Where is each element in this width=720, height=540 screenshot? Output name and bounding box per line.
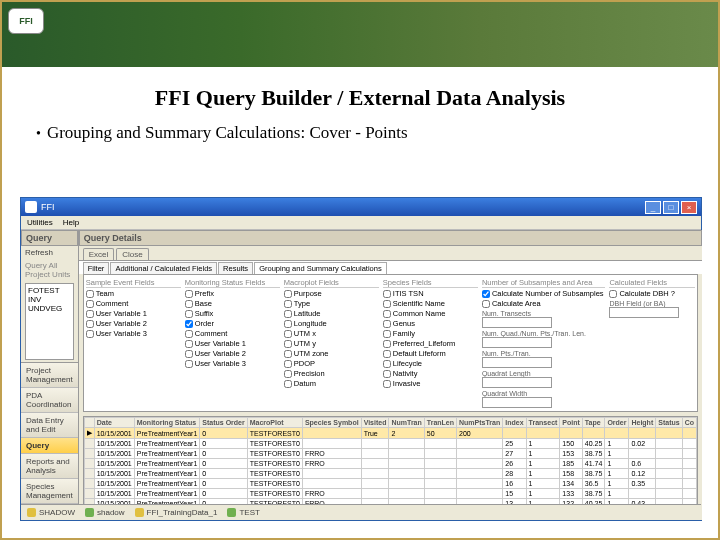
cell[interactable]: 10/15/2001 <box>94 479 134 489</box>
field-checkbox[interactable] <box>284 300 292 308</box>
cell[interactable]: 1 <box>605 439 629 449</box>
field-checkbox-row[interactable]: Common Name <box>383 309 478 318</box>
cell[interactable] <box>682 479 696 489</box>
cell[interactable] <box>302 479 361 489</box>
cell[interactable]: 0 <box>200 439 247 449</box>
column-header[interactable]: Tape <box>582 418 605 428</box>
field-checkbox-row[interactable]: Team <box>86 289 181 298</box>
field-checkbox[interactable] <box>284 320 292 328</box>
cell[interactable]: 1 <box>526 449 560 459</box>
column-header[interactable]: Date <box>94 418 134 428</box>
field-checkbox[interactable] <box>284 340 292 348</box>
list-item[interactable]: FOTEST <box>28 286 71 295</box>
cell[interactable]: 153 <box>560 449 583 459</box>
cell[interactable]: 1 <box>526 489 560 499</box>
cell[interactable] <box>656 469 682 479</box>
cell[interactable]: 1 <box>526 479 560 489</box>
nav-item[interactable]: Reports and Analysis <box>21 454 78 479</box>
num-input[interactable] <box>482 397 552 408</box>
field-checkbox-row[interactable]: UTM zone <box>284 349 379 358</box>
menu-utilities[interactable]: Utilities <box>27 218 53 227</box>
column-header[interactable]: TranLen <box>424 418 456 428</box>
cell[interactable]: PreTreatmentYear1 <box>134 469 200 479</box>
cell[interactable]: 38.75 <box>582 469 605 479</box>
cell[interactable]: 10/15/2001 <box>94 489 134 499</box>
subtab[interactable]: Additional / Calculated Fields <box>110 262 217 274</box>
field-checkbox[interactable] <box>383 300 391 308</box>
field-checkbox-row[interactable]: User Variable 1 <box>185 339 280 348</box>
field-checkbox-row[interactable]: Lifecycle <box>383 359 478 368</box>
field-checkbox[interactable] <box>383 320 391 328</box>
cell[interactable]: 27 <box>503 449 526 459</box>
cell[interactable]: 0 <box>200 489 247 499</box>
column-header[interactable]: Status <box>656 418 682 428</box>
table-row[interactable]: 10/15/2001PreTreatmentYear10TESTFOREST0F… <box>84 489 696 499</box>
status-item[interactable]: SHADOW <box>27 508 75 517</box>
field-checkbox[interactable] <box>185 360 193 368</box>
cell[interactable] <box>457 459 503 469</box>
cell[interactable]: TESTFOREST0 <box>247 428 302 439</box>
field-checkbox[interactable] <box>284 330 292 338</box>
cell[interactable] <box>656 479 682 489</box>
cell[interactable]: PreTreatmentYear1 <box>134 428 200 439</box>
nav-item[interactable]: Project Management <box>21 363 78 388</box>
cell[interactable]: PreTreatmentYear1 <box>134 449 200 459</box>
field-checkbox[interactable] <box>383 310 391 318</box>
cell[interactable]: 1 <box>605 449 629 459</box>
field-checkbox[interactable] <box>383 380 391 388</box>
field-checkbox[interactable] <box>284 370 292 378</box>
column-header[interactable]: Co <box>682 418 696 428</box>
cell[interactable] <box>682 489 696 499</box>
field-checkbox-row[interactable]: Longitude <box>284 319 379 328</box>
cell[interactable]: 200 <box>457 428 503 439</box>
column-header[interactable]: NumTran <box>389 418 424 428</box>
cell[interactable]: 0.12 <box>629 469 656 479</box>
cell[interactable]: 15 <box>503 489 526 499</box>
cell[interactable] <box>682 469 696 479</box>
cell[interactable] <box>424 439 456 449</box>
field-checkbox-row[interactable]: Nativity <box>383 369 478 378</box>
field-checkbox-row[interactable]: Latitude <box>284 309 379 318</box>
field-checkbox-row[interactable]: Scientific Name <box>383 299 478 308</box>
subtab[interactable]: Grouping and Summary Calculations <box>254 262 387 274</box>
cell[interactable] <box>302 428 361 439</box>
field-checkbox-row[interactable]: Base <box>185 299 280 308</box>
calc-dbh-row[interactable]: Calculate DBH ? <box>609 289 695 298</box>
cell[interactable] <box>526 428 560 439</box>
field-checkbox-row[interactable]: Suffix <box>185 309 280 318</box>
cell[interactable]: 28 <box>503 469 526 479</box>
cell[interactable] <box>656 449 682 459</box>
close-button[interactable]: × <box>681 201 697 214</box>
cell[interactable] <box>302 439 361 449</box>
field-checkbox-row[interactable]: UTM x <box>284 329 379 338</box>
field-checkbox-row[interactable]: ITIS TSN <box>383 289 478 298</box>
field-checkbox[interactable] <box>86 300 94 308</box>
cell[interactable] <box>361 449 389 459</box>
cell[interactable]: 0 <box>200 469 247 479</box>
table-row[interactable]: 10/15/2001PreTreatmentYear10TESTFOREST01… <box>84 479 696 489</box>
table-row[interactable]: 10/15/2001PreTreatmentYear10TESTFOREST0F… <box>84 449 696 459</box>
cell[interactable]: 1 <box>605 469 629 479</box>
cell[interactable] <box>629 428 656 439</box>
cell[interactable]: 10/15/2001 <box>94 428 134 439</box>
calc-checkbox[interactable] <box>482 300 490 308</box>
cell[interactable] <box>424 449 456 459</box>
cell[interactable] <box>389 439 424 449</box>
subtab[interactable]: Results <box>218 262 253 274</box>
column-header[interactable]: Monitoring Status <box>134 418 200 428</box>
field-checkbox-row[interactable]: Comment <box>86 299 181 308</box>
calc-checkbox-row[interactable]: Calculate Number of Subsamples <box>482 289 606 298</box>
cell[interactable]: 1 <box>526 459 560 469</box>
field-checkbox[interactable] <box>383 340 391 348</box>
cell[interactable]: 0.35 <box>629 479 656 489</box>
field-checkbox-row[interactable]: Type <box>284 299 379 308</box>
field-checkbox[interactable] <box>185 340 193 348</box>
field-checkbox-row[interactable]: User Variable 3 <box>185 359 280 368</box>
cell[interactable]: 1 <box>605 459 629 469</box>
cell[interactable] <box>389 479 424 489</box>
cell[interactable]: 26 <box>503 459 526 469</box>
cell[interactable] <box>361 439 389 449</box>
column-header[interactable]: Point <box>560 418 583 428</box>
cell[interactable] <box>682 439 696 449</box>
cell[interactable]: 0.02 <box>629 439 656 449</box>
